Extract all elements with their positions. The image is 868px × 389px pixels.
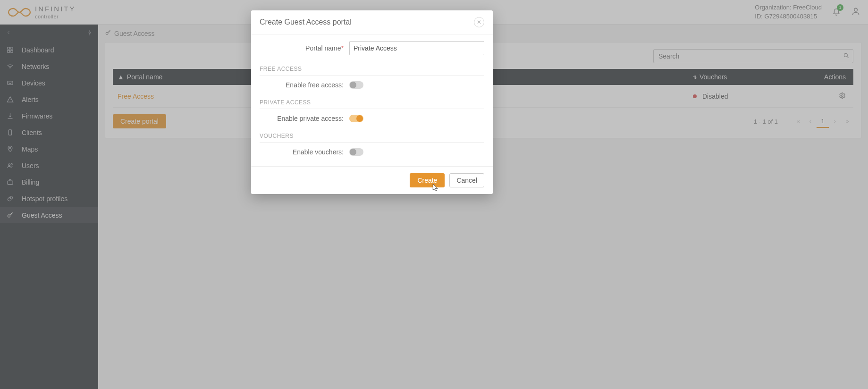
private-access-label: Enable private access:	[260, 115, 349, 122]
modal-cancel-button[interactable]: Cancel	[449, 173, 484, 187]
modal-title: Create Guest Access portal	[260, 18, 352, 26]
section-vouchers: VOUCHERS	[260, 128, 484, 143]
portal-name-label: Portal name	[305, 44, 341, 52]
free-access-label: Enable free access:	[260, 81, 349, 89]
portal-name-input[interactable]	[349, 41, 484, 55]
free-access-toggle[interactable]	[349, 81, 363, 89]
private-access-toggle[interactable]	[349, 115, 363, 122]
close-icon: ✕	[477, 19, 481, 25]
section-private-access: PRIVATE ACCESS	[260, 94, 484, 109]
create-portal-modal: Create Guest Access portal ✕ Portal name…	[251, 10, 493, 194]
modal-close-button[interactable]: ✕	[474, 17, 484, 27]
vouchers-toggle[interactable]	[349, 148, 363, 156]
modal-create-button[interactable]: Create	[410, 173, 445, 187]
vouchers-label: Enable vouchers:	[260, 148, 349, 156]
section-free-access: FREE ACCESS	[260, 61, 484, 76]
